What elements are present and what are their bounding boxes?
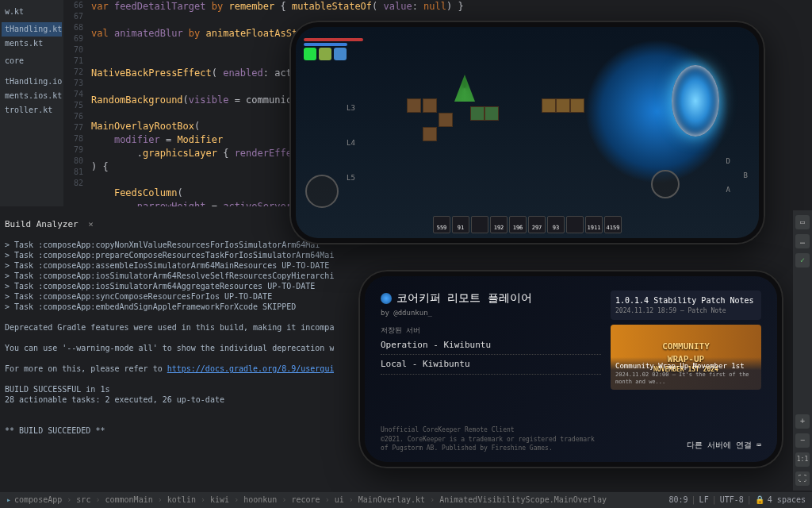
editor-right-rail: ▭ … ✓ + − 1:1 ⛶ [793,210,812,491]
community-card[interactable]: COMMUNITY WRAP-UP NOVEMBER 1ST 2024 Comm… [611,325,761,390]
app-title: 코어키퍼 리모트 플레이어 [396,291,532,306]
button-label: B [744,171,748,181]
hotbar-slot[interactable]: 91 [452,216,469,233]
breadcrumb-item[interactable]: kotlin [167,495,196,504]
gradle-docs-link[interactable]: https://docs.gradle.org/8.9/userguide/co… [167,364,334,373]
file-item[interactable]: tHandling.kt [2,22,62,37]
card-title: Community Wrap-Up November 1st [615,361,756,371]
buff-icon [334,48,347,60]
portal [672,65,719,137]
game-scene [296,27,759,238]
buff-icon [304,48,316,60]
lock-icon: 🔒 [755,495,764,506]
build-output[interactable]: > Task :composeApp:copyNonXmlValueResour… [5,240,334,483]
phone-menu: 코어키퍼 리모트 플레이어 by @ddunkun_ 저장된 서버 Operat… [358,270,783,468]
line-ending[interactable]: LF [699,495,709,506]
tile [570,98,584,113]
close-icon[interactable]: × [88,219,94,229]
build-tab-label: Build Analyzer [5,219,79,229]
patch-notes-card[interactable]: 1.0.1.4 Stability Patch Notes 2024.11.12… [611,291,761,320]
virtual-joystick[interactable] [651,170,680,198]
game-screen[interactable]: L3 L4 L5 A B D 559911921962979319114159 [296,27,759,238]
card-subtitle: 2024.11.12 18:59 — Patch Note [615,306,756,315]
tile [407,98,421,113]
cursor-position[interactable]: 80:9 [668,495,688,506]
status-bar: ▸ composeApp › src › commonMain › kotlin… [0,492,812,508]
file-item[interactable]: ments.kt [2,37,62,51]
hotbar[interactable]: 559911921962979319114159 [433,216,622,233]
tile [556,98,570,113]
hp-bar [304,38,363,41]
folder-icon: ▸ [6,495,11,506]
button-label: D [726,156,730,167]
zoom-ratio[interactable]: 1:1 [795,452,810,467]
build-tab[interactable]: Build Analyzer × [5,218,94,230]
project-file-tree[interactable]: w.kttHandling.ktments.ktcoretHandling.io… [0,0,63,206]
card-subtitle: 2024.11.02 02:00 — It's the first of the… [615,371,756,387]
virtual-joystick[interactable] [305,175,339,208]
zoom-in-button[interactable]: + [795,414,810,429]
buff-icon [319,48,331,60]
hotbar-slot[interactable]: 196 [509,216,527,233]
breadcrumb-item[interactable]: commonMain [105,495,153,504]
button-label: L3 [347,103,355,114]
file-item[interactable]: tHandling.ios.kt [2,75,62,89]
app-icon [381,293,392,304]
keyboard-icon: ⌨ [756,441,761,449]
server-item[interactable]: Operation - Kiwibuntu [381,336,601,355]
connect-other-button[interactable]: 다른 서버에 연결 ⌨ [687,440,761,451]
build-success-icon: ✓ [795,253,810,267]
breadcrumb-item[interactable]: recore [291,495,320,504]
tree [454,75,475,102]
zoom-out-button[interactable]: − [795,433,810,448]
file-item[interactable]: core [2,54,62,68]
hotbar-slot[interactable]: 4159 [604,216,622,233]
server-item[interactable]: Local - Kiwibuntu [381,355,601,374]
breadcrumb-item[interactable]: kiwi [210,495,229,504]
rail-button[interactable]: … [795,234,810,248]
hotbar-slot[interactable] [471,216,488,233]
app-menu[interactable]: 코어키퍼 리모트 플레이어 by @ddunkun_ 저장된 서버 Operat… [365,276,777,462]
encoding[interactable]: UTF-8 [720,495,744,506]
tile [470,106,485,121]
tile [423,98,437,113]
editor-gutter: 6667686970717273747576777879808182 [67,0,86,189]
breadcrumb-item[interactable]: composeApp [14,495,62,504]
button-label: L4 [347,138,355,148]
buff-icons [304,48,347,60]
rail-button[interactable]: ▭ [795,215,810,229]
card-title: 1.0.1.4 Stability Patch Notes [615,295,756,306]
hud [304,32,375,46]
mp-bar [304,43,347,46]
app-author: by @ddunkun_ [381,308,601,318]
tile [485,106,499,121]
file-item[interactable]: w.kt [2,5,62,19]
section-label: 저장된 서버 [381,325,601,336]
breadcrumb-item[interactable]: AnimatedVisibilityScope.MainOverlay [439,495,607,504]
hotbar-slot[interactable]: 93 [547,216,565,233]
tile [439,113,453,127]
hotbar-slot[interactable]: 559 [433,216,450,233]
breadcrumb-item[interactable]: ui [335,495,344,504]
button-label: L5 [347,173,355,183]
fit-button[interactable]: ⛶ [795,471,810,486]
breadcrumb-item[interactable]: MainOverlay.kt [358,495,425,504]
footer-text: Unofficial CoreKeeper Remote Client ©202… [381,425,603,452]
breadcrumb-item[interactable]: src [76,495,90,504]
breadcrumb-item[interactable]: hoonkun [243,495,277,504]
hotbar-slot[interactable]: 297 [528,216,546,233]
hotbar-slot[interactable] [566,216,584,233]
tile [423,127,437,141]
indent[interactable]: 4 spaces [768,495,806,506]
tile [542,98,556,113]
button-label: A [726,185,730,195]
phone-game: L3 L4 L5 A B D 559911921962979319114159 [289,21,765,244]
file-item[interactable]: ments.ios.kt [2,89,62,103]
file-item[interactable]: troller.kt [2,103,62,117]
hotbar-slot[interactable]: 192 [490,216,508,233]
hotbar-slot[interactable]: 1911 [585,216,603,233]
